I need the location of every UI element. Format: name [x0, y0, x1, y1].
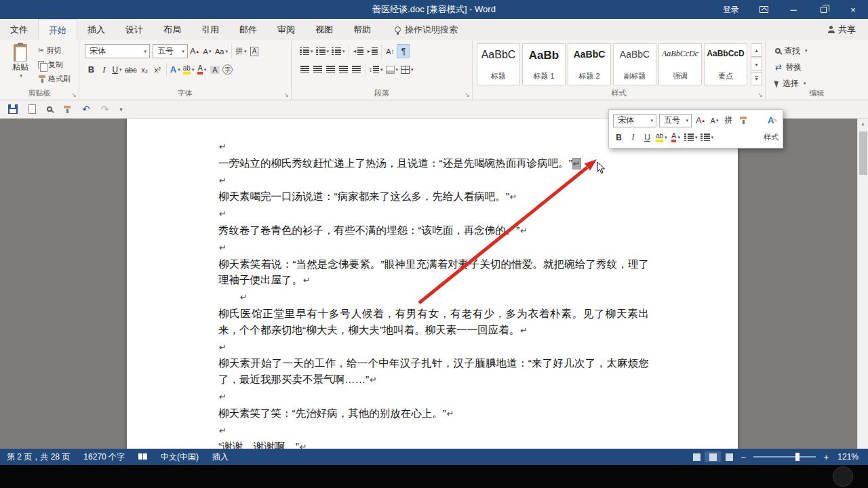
restore-button[interactable] [808, 0, 838, 19]
page-indicator[interactable]: 第 2 页，共 28 页 [0, 451, 77, 463]
read-mode-button[interactable] [688, 451, 705, 462]
underline-button[interactable]: U▾ [111, 62, 123, 77]
replace-button[interactable]: ⇄ 替换 [775, 60, 802, 74]
paste-button[interactable]: 粘贴 ▾ [3, 43, 37, 89]
paragraph[interactable]: ↵ [218, 239, 649, 256]
new-document-icon[interactable] [28, 104, 36, 114]
paragraph[interactable]: 一旁站立的柳氏秀纹赶忙递上了热汤，且说道：“还是先喝碗热面再诊病吧。”↵ [218, 155, 649, 172]
zoom-out-button[interactable]: − [737, 452, 749, 462]
superscript-button[interactable]: x² [151, 62, 164, 77]
vertical-scrollbar[interactable]: ▴ [857, 119, 868, 449]
borders-button[interactable]: ▾ [399, 62, 415, 77]
sign-in-button[interactable]: 登录 [713, 0, 749, 19]
zoom-level[interactable]: 121% [832, 452, 868, 462]
print-layout-button[interactable] [705, 451, 721, 462]
show-hide-marks-button[interactable]: ¶ [397, 44, 410, 58]
ribbon-display-options-button[interactable] [749, 0, 778, 19]
mini-bold-button[interactable]: B [613, 131, 625, 144]
zoom-slider[interactable] [753, 456, 816, 458]
style-gallery-up-button[interactable]: ▴ [751, 43, 762, 57]
mini-italic-button[interactable]: I [627, 131, 639, 144]
character-border-button[interactable]: A [248, 44, 261, 58]
tab-layout[interactable]: 布局 [153, 19, 191, 40]
style-item[interactable]: AaBbC标题 [477, 43, 520, 85]
insert-mode-indicator[interactable]: 插入 [205, 451, 235, 463]
paragraph[interactable]: 柳天素开始了一天的工作，给一个中年汉子扎针，汉子腼腆地道：“来了好几次了，太麻烦… [218, 355, 649, 388]
font-size-combo[interactable]: 五号▾ [153, 44, 188, 58]
numbering-button[interactable]: ▾ [315, 44, 331, 58]
web-layout-button[interactable] [721, 451, 737, 462]
word-count[interactable]: 16270 个字 [77, 451, 132, 463]
style-gallery-down-button[interactable]: ▾ [751, 58, 762, 71]
line-spacing-button[interactable]: ↕▾ [368, 62, 384, 77]
paragraph[interactable]: 秀纹卷了卷青色的衫子，有些不满的埋怨：“该吃面，再念佛的。”↵ [218, 222, 649, 239]
font-name-combo[interactable]: 宋体▾ [85, 44, 150, 58]
increase-indent-button[interactable]: ► [365, 44, 379, 58]
style-item[interactable]: AaBbCcD要点 [704, 43, 747, 85]
paragraph[interactable]: 柳氏医馆正堂里早有十多号人候着，有男有女，有老有少，多为衣着朴素。见了柳天素出来… [218, 306, 649, 339]
paragraph[interactable]: ↵ [218, 138, 649, 155]
close-button[interactable]: × [838, 0, 868, 19]
mini-underline-button[interactable]: U [642, 131, 653, 144]
customize-qat-icon[interactable]: ▾ [119, 106, 122, 113]
font-dialog-launcher-icon[interactable]: ↘ [283, 92, 289, 98]
quick-format-icon[interactable] [63, 106, 71, 113]
paragraph[interactable]: ↵ [218, 289, 649, 306]
scrollbar-thumb[interactable] [859, 131, 867, 175]
phonetic-guide-button[interactable]: 拼▾ [234, 44, 248, 58]
bullets-button[interactable]: ▾ [298, 44, 315, 58]
copy-button[interactable]: 复制 [38, 59, 71, 70]
minimize-button[interactable]: ─ [778, 0, 808, 19]
spellcheck-icon[interactable] [132, 452, 154, 462]
tab-help[interactable]: 帮助 [343, 19, 381, 40]
mini-font-color-button[interactable]: A▾ [670, 131, 682, 144]
multilevel-list-button[interactable]: ▾ [330, 44, 347, 58]
mini-phonetic-button[interactable]: 拼 [723, 114, 734, 127]
paragraph[interactable]: ↵ [218, 388, 649, 405]
style-item[interactable]: AaBbC副标题 [613, 43, 656, 85]
tab-home[interactable]: 开始 [38, 19, 77, 40]
paragraph[interactable]: 柳天素笑着说：“当然是念佛要紧。”眼神里充满着对妻子关切的惜爱。就把碗给了秀纹，… [218, 256, 649, 289]
language-indicator[interactable]: 中文(中国) [154, 451, 205, 463]
paragraph[interactable]: “谢谢，谢谢啊。”↵ [218, 439, 649, 449]
undo-button[interactable]: ↶ [82, 104, 90, 115]
character-shading-button[interactable]: A [208, 62, 221, 77]
save-icon[interactable] [8, 104, 18, 114]
justify-button[interactable] [337, 62, 350, 77]
subscript-button[interactable]: x₂ [138, 62, 151, 77]
share-button[interactable]: 共享 [828, 19, 868, 40]
zoom-in-button[interactable]: + [820, 452, 832, 462]
mini-grow-font-button[interactable]: A▴ [694, 114, 706, 127]
clipboard-dialog-launcher-icon[interactable]: ↘ [71, 92, 77, 98]
cut-button[interactable]: ✂ 剪切 [38, 45, 71, 56]
tab-references[interactable]: 引用 [191, 19, 229, 40]
shading-button[interactable]: ▾ [384, 62, 400, 77]
style-item[interactable]: AaBb标题 1 [522, 43, 566, 85]
paragraph[interactable]: 柳天素喝完一口汤说道：“病家都来了这么多，先给人看病吧。”↵ [218, 188, 649, 205]
paragraph[interactable]: ↵ [218, 339, 649, 356]
paragraph[interactable]: ↵ [218, 422, 649, 439]
text-effects-button[interactable]: A▾ [169, 62, 182, 77]
paragraph[interactable]: ↵ [218, 205, 649, 222]
style-gallery-more-button[interactable]: ▾ [751, 72, 762, 85]
paragraph-dialog-launcher-icon[interactable]: ↘ [465, 92, 470, 98]
mini-numbering-button[interactable]: ▾ [701, 131, 714, 144]
document-page[interactable]: ↵ 一旁站立的柳氏秀纹赶忙递上了热汤，且说道：“还是先喝碗热面再诊病吧。”↵ ↵… [127, 119, 738, 449]
mini-bullets-button[interactable]: ▾ [684, 131, 698, 144]
align-right-button[interactable] [324, 62, 337, 77]
style-item[interactable]: AaBbCcDc强调 [658, 43, 702, 85]
enclose-characters-button[interactable]: 字 [221, 62, 234, 77]
zoom-slider-thumb[interactable] [795, 453, 800, 461]
decrease-indent-button[interactable]: ◄ [351, 44, 366, 58]
align-left-button[interactable] [298, 62, 311, 77]
style-item[interactable]: AaBbC标题 2 [568, 43, 611, 85]
paragraph[interactable]: 柳天素笑了笑：“先治好病，其他的别放在心上。”↵ [218, 405, 649, 422]
mini-font-size-combo[interactable]: 五号▾ [659, 114, 692, 127]
print-preview-icon[interactable] [47, 106, 52, 112]
tab-insert[interactable]: 插入 [77, 19, 115, 40]
format-painter-button[interactable]: 格式刷 [38, 73, 71, 84]
align-center-button[interactable] [311, 62, 324, 77]
tab-view[interactable]: 视图 [305, 19, 343, 40]
text-highlight-button[interactable]: ab▾ [182, 62, 196, 77]
mini-format-painter-button[interactable] [737, 114, 749, 127]
